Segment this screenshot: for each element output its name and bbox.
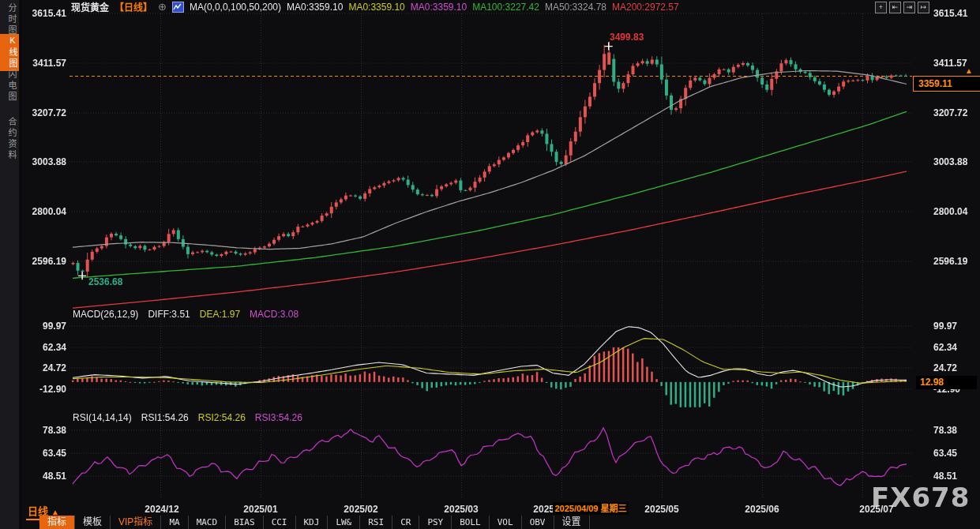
price-axis-right: 2596.19: [933, 256, 967, 267]
rsi-axis-right: 48.51: [933, 471, 957, 482]
toolbar-item-kdj[interactable]: KDJ: [296, 516, 329, 529]
date-label: 2025/03: [444, 504, 478, 515]
macd-current-tag: 12.98: [916, 376, 977, 389]
move-tool-icon[interactable]: +: [875, 2, 887, 13]
kline-app: 分时图 K线图 闪电图 合约资料 现货黄金 【日线】 ⊕ MA(0,0,0,10…: [0, 0, 980, 529]
macd-axis-left: -12.90: [27, 384, 66, 395]
price-axis-left: 2800.04: [27, 206, 66, 217]
rsi3-value: RSI3:54.26: [255, 412, 302, 423]
macd-diff-value: DIFF:3.51: [148, 309, 190, 320]
price-axis-right: 3615.41: [933, 8, 967, 19]
macd-axis-left: 62.34: [27, 342, 66, 353]
crosshair-date-tag: 2025/04/09 星期三: [553, 502, 629, 515]
toolbar-item-boll[interactable]: BOLL: [452, 516, 490, 529]
price-axis-right: 2800.04: [933, 206, 967, 217]
toolbar-item-cci[interactable]: CCI: [264, 516, 296, 529]
macd-axis-left: 24.72: [27, 362, 66, 373]
ma50-value: MA50:3324.78: [545, 2, 606, 13]
add-compare-icon[interactable]: ⊕: [158, 1, 167, 13]
sidebar-item-lightning-chart[interactable]: 闪电图: [1, 69, 18, 103]
rsi-axis-left: 48.51: [27, 471, 66, 482]
price-axis-left: 3003.88: [27, 156, 66, 167]
price-axis-left: 3411.57: [27, 58, 66, 69]
sidebar: 分时图 K线图 闪电图 合约资料: [0, 0, 22, 529]
price-axis-left: 3207.72: [27, 107, 66, 118]
price-marker-icon: ▲: [965, 66, 973, 75]
macd-axis-right: 62.34: [933, 342, 957, 353]
rsi-axis-left: 78.38: [27, 425, 66, 436]
zoom-in-tool-icon[interactable]: ⇤: [889, 2, 901, 13]
high-annotation: 3499.83: [610, 32, 644, 43]
indicator-toolbar: 指标 模板 VIP指标 MA MACD BIAS CCI KDJ LW& RSI…: [39, 516, 590, 529]
price-axis-right: 3207.72: [933, 107, 967, 118]
toolbar-item-settings[interactable]: 设置: [554, 516, 590, 529]
toolbar-item-ma[interactable]: MA: [161, 516, 188, 529]
toolbar-item-indicator[interactable]: 指标: [39, 516, 75, 529]
sidebar-item-kline-chart[interactable]: K线图: [0, 34, 19, 71]
toolbar-item-cr[interactable]: CR: [392, 516, 419, 529]
rsi2-value: RSI2:54.26: [198, 412, 246, 423]
ma0-yellow-value: MA0:3359.10: [348, 2, 404, 13]
rsi1-value: RSI1:54.26: [141, 412, 189, 423]
sidebar-item-contract-info[interactable]: 合约资料: [1, 117, 18, 161]
price-axis-left: 3615.41: [27, 8, 66, 19]
kline-chart-canvas[interactable]: [0, 0, 980, 529]
price-axis-left: 2596.19: [27, 256, 66, 267]
chart-tools: + ⇤ ⇥ ↦: [875, 2, 929, 13]
rsi-axis-right: 63.45: [933, 448, 957, 459]
macd-axis-left: 99.97: [27, 321, 66, 332]
date-label: 2025/06: [745, 504, 779, 515]
toolbar-item-lwr[interactable]: LW&: [328, 516, 360, 529]
toolbar-item-vol[interactable]: VOL: [490, 516, 522, 529]
pan-right-tool-icon[interactable]: ↦: [918, 2, 929, 13]
toolbar-item-rsi[interactable]: RSI: [360, 516, 392, 529]
ma0-value: MA0:3359.10: [287, 2, 343, 13]
price-axis-right: 3003.88: [933, 156, 967, 167]
date-label: 2025/02: [344, 504, 377, 515]
toolbar-item-macd[interactable]: MACD: [189, 516, 227, 529]
rsi-header: RSI(14,14,14) RSI1:54.26 RSI2:54.26 RSI3…: [73, 412, 302, 423]
indicator-chart-icon[interactable]: [172, 2, 184, 13]
toolbar-item-obv[interactable]: OBV: [522, 516, 554, 529]
macd-axis-right: 24.72: [933, 362, 957, 373]
date-label: 2025/07: [859, 504, 893, 515]
sidebar-item-time-chart[interactable]: 分时图: [1, 3, 18, 36]
macd-header: MACD(26,12,9) DIFF:3.51 DEA:1.97 MACD:3.…: [73, 309, 299, 320]
price-axis-right: 3411.57: [933, 58, 967, 69]
toolbar-item-bias[interactable]: BIAS: [226, 516, 264, 529]
low-annotation: 2536.68: [88, 276, 122, 287]
rsi-axis-left: 63.45: [27, 448, 66, 459]
toolbar-item-template[interactable]: 模板: [75, 516, 111, 529]
toolbar-item-psy[interactable]: PSY: [419, 516, 452, 529]
rsi-axis-right: 78.38: [933, 425, 957, 436]
ma0-magenta-value: MA0:3359.10: [411, 2, 467, 13]
ma100-value: MA100:3227.42: [472, 2, 539, 13]
ma200-value: MA200:2972.57: [612, 2, 679, 13]
macd-axis-right: 99.97: [933, 321, 957, 332]
chart-header: 现货黄金 【日线】 ⊕ MA(0,0,0,100,50,200) MA0:335…: [71, 1, 679, 13]
macd-dea-value: DEA:1.97: [200, 309, 240, 320]
macd-macd-value: MACD:3.08: [250, 309, 299, 320]
symbol-name: 现货黄金: [71, 0, 109, 13]
macd-title: MACD(26,12,9): [73, 309, 138, 320]
period-tag: 【日线】: [115, 0, 152, 13]
date-label: 2025/01: [243, 504, 277, 515]
zoom-out-tool-icon[interactable]: ⇥: [903, 2, 915, 13]
ma-settings-label: MA(0,0,0,100,50,200): [190, 2, 281, 13]
rsi-title: RSI(14,14,14): [73, 412, 132, 423]
date-label: 2025/05: [644, 504, 678, 515]
date-label: 2024/12: [145, 504, 178, 515]
toolbar-item-vip-indicator[interactable]: VIP指标: [111, 516, 161, 529]
current-price-tag: 3359.11: [913, 76, 980, 92]
